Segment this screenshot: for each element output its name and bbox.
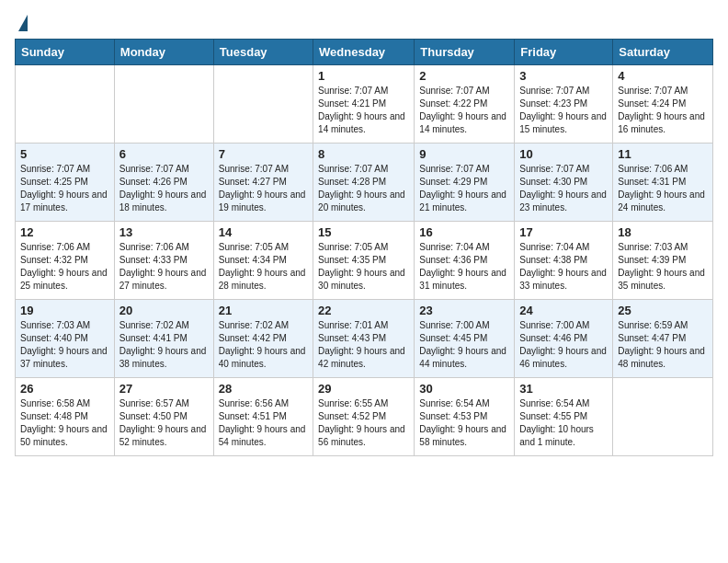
day-number: 19 bbox=[20, 304, 109, 317]
page-header bbox=[15, 15, 713, 31]
calendar-week-2: 5Sunrise: 7:07 AMSunset: 4:25 PMDaylight… bbox=[16, 144, 713, 222]
calendar-cell: 10Sunrise: 7:07 AMSunset: 4:30 PMDayligh… bbox=[515, 144, 613, 222]
calendar-cell: 30Sunrise: 6:54 AMSunset: 4:53 PMDayligh… bbox=[415, 378, 515, 456]
day-number: 15 bbox=[318, 225, 409, 239]
day-number: 8 bbox=[318, 147, 409, 161]
day-info: Sunrise: 7:07 AMSunset: 4:28 PMDaylight:… bbox=[318, 163, 409, 214]
calendar-cell: 17Sunrise: 7:04 AMSunset: 4:38 PMDayligh… bbox=[515, 222, 613, 300]
day-info: Sunrise: 7:04 AMSunset: 4:36 PMDaylight:… bbox=[419, 241, 509, 293]
weekday-header-sunday: Sunday bbox=[16, 40, 115, 65]
weekday-header-wednesday: Wednesday bbox=[313, 40, 415, 65]
day-number: 27 bbox=[119, 382, 209, 396]
calendar-cell bbox=[213, 65, 313, 144]
day-number: 16 bbox=[419, 225, 509, 239]
day-info: Sunrise: 7:06 AMSunset: 4:31 PMDaylight:… bbox=[618, 163, 708, 214]
day-info: Sunrise: 6:56 AMSunset: 4:51 PMDaylight:… bbox=[219, 397, 308, 449]
day-info: Sunrise: 6:55 AMSunset: 4:52 PMDaylight:… bbox=[318, 397, 409, 449]
logo bbox=[15, 15, 28, 31]
day-info: Sunrise: 7:07 AMSunset: 4:23 PMDaylight:… bbox=[519, 85, 608, 136]
day-number: 7 bbox=[219, 147, 308, 161]
calendar-cell: 20Sunrise: 7:02 AMSunset: 4:41 PMDayligh… bbox=[114, 300, 213, 378]
day-number: 26 bbox=[20, 382, 109, 396]
calendar-cell: 22Sunrise: 7:01 AMSunset: 4:43 PMDayligh… bbox=[313, 300, 415, 378]
day-info: Sunrise: 7:07 AMSunset: 4:24 PMDaylight:… bbox=[618, 85, 708, 136]
day-info: Sunrise: 7:07 AMSunset: 4:27 PMDaylight:… bbox=[219, 163, 308, 214]
day-number: 14 bbox=[219, 225, 308, 239]
calendar-table: SundayMondayTuesdayWednesdayThursdayFrid… bbox=[15, 39, 713, 456]
day-number: 28 bbox=[219, 382, 308, 396]
logo-icon bbox=[18, 15, 28, 31]
calendar-cell: 6Sunrise: 7:07 AMSunset: 4:26 PMDaylight… bbox=[114, 144, 213, 222]
calendar-cell: 2Sunrise: 7:07 AMSunset: 4:22 PMDaylight… bbox=[415, 65, 515, 144]
day-number: 9 bbox=[419, 147, 509, 161]
calendar-cell bbox=[114, 65, 213, 144]
day-info: Sunrise: 6:54 AMSunset: 4:55 PMDaylight:… bbox=[519, 397, 608, 449]
day-info: Sunrise: 6:54 AMSunset: 4:53 PMDaylight:… bbox=[419, 397, 509, 449]
calendar-cell: 26Sunrise: 6:58 AMSunset: 4:48 PMDayligh… bbox=[16, 378, 115, 456]
day-info: Sunrise: 7:03 AMSunset: 4:39 PMDaylight:… bbox=[618, 241, 708, 293]
day-info: Sunrise: 6:59 AMSunset: 4:47 PMDaylight:… bbox=[618, 319, 708, 371]
day-number: 30 bbox=[419, 382, 509, 396]
calendar-cell: 4Sunrise: 7:07 AMSunset: 4:24 PMDaylight… bbox=[613, 65, 713, 144]
day-info: Sunrise: 7:05 AMSunset: 4:35 PMDaylight:… bbox=[318, 241, 409, 293]
day-info: Sunrise: 7:07 AMSunset: 4:21 PMDaylight:… bbox=[318, 85, 409, 136]
day-info: Sunrise: 7:02 AMSunset: 4:41 PMDaylight:… bbox=[119, 319, 209, 371]
day-info: Sunrise: 7:07 AMSunset: 4:25 PMDaylight:… bbox=[20, 163, 109, 214]
calendar-cell: 15Sunrise: 7:05 AMSunset: 4:35 PMDayligh… bbox=[313, 222, 415, 300]
day-info: Sunrise: 7:02 AMSunset: 4:42 PMDaylight:… bbox=[219, 319, 308, 371]
day-number: 23 bbox=[419, 304, 509, 317]
calendar-cell bbox=[16, 65, 115, 144]
day-number: 21 bbox=[219, 304, 308, 317]
day-info: Sunrise: 7:06 AMSunset: 4:33 PMDaylight:… bbox=[119, 241, 209, 293]
calendar-cell: 19Sunrise: 7:03 AMSunset: 4:40 PMDayligh… bbox=[16, 300, 115, 378]
day-number: 24 bbox=[519, 304, 608, 317]
calendar-week-3: 12Sunrise: 7:06 AMSunset: 4:32 PMDayligh… bbox=[16, 222, 713, 300]
day-number: 22 bbox=[318, 304, 409, 317]
day-info: Sunrise: 7:01 AMSunset: 4:43 PMDaylight:… bbox=[318, 319, 409, 371]
day-number: 6 bbox=[119, 147, 209, 161]
day-number: 12 bbox=[20, 225, 109, 239]
weekday-header-tuesday: Tuesday bbox=[213, 40, 313, 65]
weekday-header-monday: Monday bbox=[114, 40, 213, 65]
calendar-week-5: 26Sunrise: 6:58 AMSunset: 4:48 PMDayligh… bbox=[16, 378, 713, 456]
day-number: 13 bbox=[119, 225, 209, 239]
calendar-week-1: 1Sunrise: 7:07 AMSunset: 4:21 PMDaylight… bbox=[16, 65, 713, 144]
day-number: 10 bbox=[519, 147, 608, 161]
calendar-cell: 13Sunrise: 7:06 AMSunset: 4:33 PMDayligh… bbox=[114, 222, 213, 300]
calendar-cell: 12Sunrise: 7:06 AMSunset: 4:32 PMDayligh… bbox=[16, 222, 115, 300]
calendar-week-4: 19Sunrise: 7:03 AMSunset: 4:40 PMDayligh… bbox=[16, 300, 713, 378]
day-info: Sunrise: 7:04 AMSunset: 4:38 PMDaylight:… bbox=[519, 241, 608, 293]
day-number: 4 bbox=[618, 69, 708, 83]
day-info: Sunrise: 6:58 AMSunset: 4:48 PMDaylight:… bbox=[20, 397, 109, 449]
calendar-cell: 16Sunrise: 7:04 AMSunset: 4:36 PMDayligh… bbox=[415, 222, 515, 300]
day-info: Sunrise: 7:07 AMSunset: 4:26 PMDaylight:… bbox=[119, 163, 209, 214]
day-number: 17 bbox=[519, 225, 608, 239]
day-number: 2 bbox=[419, 69, 509, 83]
day-number: 25 bbox=[618, 304, 708, 317]
weekday-header-friday: Friday bbox=[515, 40, 613, 65]
calendar-cell: 21Sunrise: 7:02 AMSunset: 4:42 PMDayligh… bbox=[213, 300, 313, 378]
calendar-cell: 24Sunrise: 7:00 AMSunset: 4:46 PMDayligh… bbox=[515, 300, 613, 378]
day-info: Sunrise: 7:07 AMSunset: 4:30 PMDaylight:… bbox=[519, 163, 608, 214]
day-info: Sunrise: 7:07 AMSunset: 4:29 PMDaylight:… bbox=[419, 163, 509, 214]
day-info: Sunrise: 6:57 AMSunset: 4:50 PMDaylight:… bbox=[119, 397, 209, 449]
calendar-cell: 7Sunrise: 7:07 AMSunset: 4:27 PMDaylight… bbox=[213, 144, 313, 222]
calendar-cell: 5Sunrise: 7:07 AMSunset: 4:25 PMDaylight… bbox=[16, 144, 115, 222]
day-info: Sunrise: 7:06 AMSunset: 4:32 PMDaylight:… bbox=[20, 241, 109, 293]
calendar-cell: 23Sunrise: 7:00 AMSunset: 4:45 PMDayligh… bbox=[415, 300, 515, 378]
calendar-cell: 18Sunrise: 7:03 AMSunset: 4:39 PMDayligh… bbox=[613, 222, 713, 300]
weekday-header-thursday: Thursday bbox=[415, 40, 515, 65]
day-info: Sunrise: 7:05 AMSunset: 4:34 PMDaylight:… bbox=[219, 241, 308, 293]
weekday-header-row: SundayMondayTuesdayWednesdayThursdayFrid… bbox=[16, 40, 713, 65]
day-number: 11 bbox=[618, 147, 708, 161]
calendar-cell: 14Sunrise: 7:05 AMSunset: 4:34 PMDayligh… bbox=[213, 222, 313, 300]
day-number: 31 bbox=[519, 382, 608, 396]
day-number: 5 bbox=[20, 147, 109, 161]
calendar-cell: 9Sunrise: 7:07 AMSunset: 4:29 PMDaylight… bbox=[415, 144, 515, 222]
day-number: 29 bbox=[318, 382, 409, 396]
calendar-cell: 31Sunrise: 6:54 AMSunset: 4:55 PMDayligh… bbox=[515, 378, 613, 456]
day-number: 18 bbox=[618, 225, 708, 239]
day-info: Sunrise: 7:00 AMSunset: 4:45 PMDaylight:… bbox=[419, 319, 509, 371]
calendar-cell bbox=[613, 378, 713, 456]
calendar-cell: 25Sunrise: 6:59 AMSunset: 4:47 PMDayligh… bbox=[613, 300, 713, 378]
